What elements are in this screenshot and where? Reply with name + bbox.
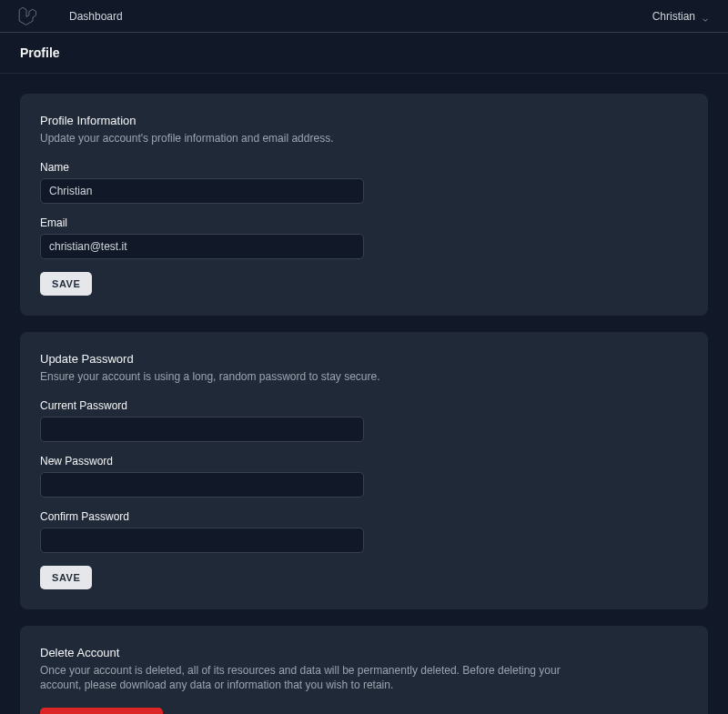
card-title: Update Password — [40, 352, 688, 366]
nav-left: Dashboard — [18, 7, 123, 25]
field-confirm-password: Confirm Password — [40, 510, 688, 553]
confirm-password-input[interactable] — [40, 528, 364, 553]
card-description: Update your account's profile informatio… — [40, 131, 586, 146]
field-current-password: Current Password — [40, 399, 688, 442]
card-description: Once your account is deleted, all of its… — [40, 663, 586, 694]
email-label: Email — [40, 216, 688, 229]
field-name: Name — [40, 161, 688, 204]
new-password-input[interactable] — [40, 472, 364, 498]
current-password-input[interactable] — [40, 417, 364, 442]
confirm-password-label: Confirm Password — [40, 510, 688, 523]
profile-info-card: Profile Information Update your account'… — [20, 94, 708, 316]
name-input[interactable] — [40, 178, 364, 204]
update-password-card: Update Password Ensure your account is u… — [20, 332, 708, 609]
name-label: Name — [40, 161, 688, 174]
page-title: Profile — [20, 45, 708, 60]
page-header: Profile — [0, 33, 728, 74]
card-title: Delete Account — [40, 646, 688, 659]
delete-account-card: Delete Account Once your account is dele… — [20, 626, 708, 714]
current-password-label: Current Password — [40, 399, 688, 412]
new-password-label: New Password — [40, 455, 688, 468]
save-profile-button[interactable]: Save — [40, 272, 92, 296]
content: Profile Information Update your account'… — [0, 74, 728, 714]
delete-account-button[interactable]: Delete Account — [40, 708, 163, 714]
user-name: Christian — [652, 10, 695, 23]
card-description: Ensure your account is using a long, ran… — [40, 369, 586, 385]
field-new-password: New Password — [40, 455, 688, 498]
laravel-logo-icon — [18, 7, 36, 25]
chevron-down-icon — [701, 12, 710, 21]
email-input[interactable] — [40, 234, 364, 259]
nav-link-dashboard[interactable]: Dashboard — [69, 10, 123, 23]
top-navbar: Dashboard Christian — [0, 0, 728, 33]
field-email: Email — [40, 216, 688, 259]
save-password-button[interactable]: Save — [40, 566, 92, 589]
user-menu[interactable]: Christian — [652, 10, 710, 23]
card-title: Profile Information — [40, 114, 688, 127]
